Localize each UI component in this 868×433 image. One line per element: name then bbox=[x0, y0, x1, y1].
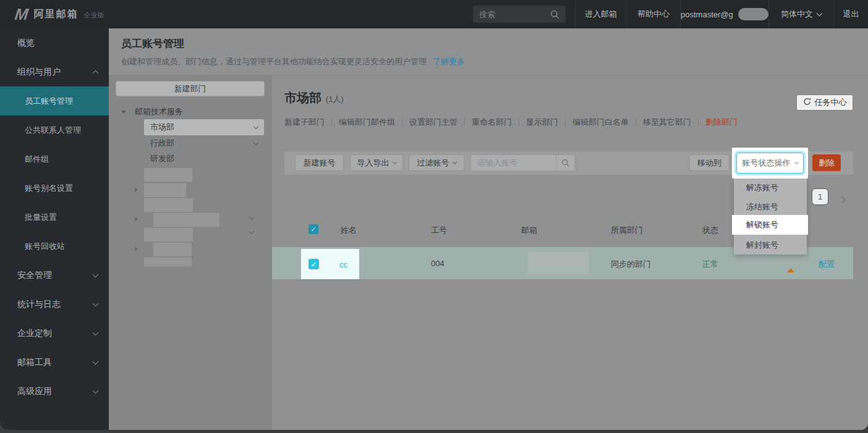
sidebar-item-mail-groups[interactable]: 邮件组 bbox=[0, 145, 109, 174]
column-header-employee-id: 工号 bbox=[431, 225, 447, 236]
sidebar-item-public-contacts[interactable]: 公共联系人管理 bbox=[0, 116, 109, 145]
column-header-email: 邮箱 bbox=[521, 225, 537, 236]
sidebar-item-employee-accounts[interactable]: 员工账号管理 bbox=[0, 86, 109, 116]
chevron-up-icon bbox=[93, 70, 99, 77]
account-search-input[interactable] bbox=[471, 155, 556, 170]
configure-link[interactable]: 配置 bbox=[819, 259, 835, 270]
logout-link[interactable]: 退出 bbox=[833, 0, 868, 28]
cell-email-redacted bbox=[527, 252, 589, 274]
tour-spotlight-row: ✓ cc bbox=[301, 249, 359, 279]
action-new-subdept[interactable]: 新建子部门 bbox=[284, 118, 332, 126]
new-account-button[interactable]: 新建账号 bbox=[295, 154, 344, 171]
account-search[interactable] bbox=[470, 154, 575, 171]
chevron-right-icon bbox=[838, 196, 845, 203]
tour-spotlight-unlock-item[interactable]: 解锁账号 bbox=[732, 215, 808, 235]
main-content: 市场部(1人) 任务中心 新建子部门 编辑部门邮件组 设置部门主管 重命名部门 … bbox=[272, 75, 868, 430]
sidebar-item-enterprise-custom[interactable]: 企业定制 bbox=[0, 319, 109, 348]
search-icon[interactable] bbox=[550, 10, 560, 19]
global-search-input[interactable] bbox=[479, 10, 550, 19]
search-icon[interactable] bbox=[556, 155, 574, 170]
column-header-status: 状态 bbox=[702, 225, 718, 236]
redacted-department bbox=[153, 213, 219, 227]
redacted-department bbox=[144, 198, 193, 212]
tree-collapsed-icon[interactable] bbox=[135, 246, 138, 251]
delete-button[interactable]: 删除 bbox=[812, 154, 841, 171]
chevron-down-icon[interactable] bbox=[253, 124, 258, 128]
manager-flag-icon[interactable] bbox=[787, 258, 797, 267]
import-export-button[interactable]: 导入导出 bbox=[350, 154, 403, 171]
action-edit-dept-whitelist[interactable]: 编辑部门白名单 bbox=[566, 118, 636, 126]
sidebar-item-org-users[interactable]: 组织与用户 bbox=[0, 57, 109, 86]
action-show-dept[interactable]: 显示部门 bbox=[519, 118, 566, 126]
cell-name: cc bbox=[339, 260, 347, 269]
column-header-department: 所属部门 bbox=[611, 225, 643, 236]
action-edit-dept-mailgroup[interactable]: 编辑部门邮件组 bbox=[332, 118, 402, 126]
task-center-button[interactable]: 任务中心 bbox=[796, 95, 853, 111]
select-all-checkbox[interactable]: ✓ bbox=[308, 224, 318, 234]
filter-account-button[interactable]: 过滤账号 bbox=[409, 154, 464, 171]
action-move-to-other-dept[interactable]: 移至其它部门 bbox=[636, 118, 699, 126]
account-redacted bbox=[738, 8, 768, 20]
menu-item-unfreeze-account[interactable]: 解冻账号 bbox=[734, 178, 807, 197]
action-set-dept-manager[interactable]: 设置部门主管 bbox=[402, 118, 465, 126]
redacted-department bbox=[153, 243, 192, 256]
learn-more-link[interactable]: 了解更多 bbox=[433, 57, 465, 66]
row-checkbox[interactable]: ✓ bbox=[308, 259, 319, 269]
action-delete-dept[interactable]: 删除部门 bbox=[699, 118, 744, 126]
tree-root-department[interactable]: 邮箱技术服务 bbox=[121, 106, 183, 117]
sidebar-item-account-alias[interactable]: 账号别名设置 bbox=[0, 174, 109, 203]
chevron-down-icon[interactable] bbox=[253, 140, 258, 145]
account-menu[interactable]: postmaster@g bbox=[680, 0, 768, 28]
enter-mailbox-link[interactable]: 进入邮箱 bbox=[575, 0, 626, 28]
chevron-down-icon bbox=[794, 160, 798, 164]
cell-employee-id: 004 bbox=[431, 259, 445, 268]
menu-item-unban-account[interactable]: 解封账号 bbox=[734, 235, 807, 254]
tour-spotlight-status-button: 账号状态操作 bbox=[732, 148, 808, 179]
chevron-down-icon bbox=[452, 159, 456, 164]
topbar-nav: 进入邮箱 帮助中心 postmaster@g 简体中文 退出 bbox=[575, 0, 868, 28]
action-rename-dept[interactable]: 重命名部门 bbox=[465, 118, 519, 126]
cell-department: 同步的部门 bbox=[611, 259, 651, 270]
chevron-down-icon[interactable] bbox=[249, 229, 254, 234]
language-selector[interactable]: 简体中文 bbox=[768, 0, 833, 28]
chevron-down-icon[interactable] bbox=[249, 215, 254, 220]
page-header: 员工账号管理 创建和管理成员、部门信息，通过与管理平台其他功能结合实现更灵活安全… bbox=[109, 28, 868, 75]
menu-item-freeze-account[interactable]: 冻结账号 bbox=[734, 197, 807, 216]
new-department-button[interactable]: 新建部门 bbox=[116, 81, 265, 96]
tree-collapsed-icon[interactable] bbox=[135, 217, 138, 222]
sidebar-item-security[interactable]: 安全管理 bbox=[0, 261, 109, 290]
sidebar-item-stats-logs[interactable]: 统计与日志 bbox=[0, 290, 109, 319]
cell-status: 正常 bbox=[702, 259, 718, 270]
chevron-down-icon bbox=[817, 11, 823, 17]
account-status-ops-button[interactable]: 账号状态操作 bbox=[736, 153, 804, 174]
help-center-link[interactable]: 帮助中心 bbox=[626, 0, 680, 28]
column-header-name: 姓名 bbox=[341, 225, 357, 236]
chevron-down-icon bbox=[93, 387, 99, 393]
global-search[interactable] bbox=[473, 6, 566, 23]
brand-edition: 企业版 bbox=[84, 11, 104, 20]
topbar: M 阿里邮箱 企业版 进入邮箱 帮助中心 postmaster@g 简体中文 退… bbox=[0, 0, 868, 28]
sidebar-item-mail-tools[interactable]: 邮箱工具 bbox=[0, 348, 109, 377]
sidebar-item-batch-settings[interactable]: 批量设置 bbox=[0, 203, 109, 232]
page-description: 创建和管理成员、部门信息，通过与管理平台其他功能结合实现更灵活安全的用户管理了解… bbox=[121, 56, 868, 67]
tree-item-rd-dept[interactable]: 研发部 bbox=[144, 151, 264, 167]
sidebar-item-overview[interactable]: 概览 bbox=[0, 28, 109, 57]
chevron-down-icon bbox=[93, 358, 99, 364]
department-actions: 新建子部门 编辑部门邮件组 设置部门主管 重命名部门 显示部门 编辑部门白名单 … bbox=[284, 118, 744, 126]
sidebar-item-advanced-apps[interactable]: 高级应用 bbox=[0, 377, 109, 406]
pagination-page-1[interactable]: 1 bbox=[812, 188, 828, 205]
tree-expanded-icon[interactable] bbox=[121, 111, 126, 114]
chevron-down-icon bbox=[392, 159, 396, 164]
tree-item-marketing-dept[interactable]: 市场部 bbox=[144, 119, 264, 135]
pagination-next-button[interactable] bbox=[840, 194, 845, 205]
sidebar-item-account-recycle[interactable]: 账号回收站 bbox=[0, 232, 109, 261]
chevron-down-icon bbox=[93, 329, 99, 335]
page-title: 员工账号管理 bbox=[121, 36, 868, 51]
redacted-department bbox=[144, 168, 192, 182]
sidebar: 概览 组织与用户 员工账号管理 公共联系人管理 邮件组 账号别名设置 批量设置 … bbox=[0, 28, 109, 430]
chevron-down-icon bbox=[93, 300, 99, 306]
tree-item-admin-dept[interactable]: 行政部 bbox=[144, 135, 264, 151]
brand: M 阿里邮箱 企业版 bbox=[15, 0, 104, 28]
tree-collapsed-icon[interactable] bbox=[135, 187, 138, 192]
move-to-button[interactable]: 移动到 bbox=[689, 154, 730, 171]
